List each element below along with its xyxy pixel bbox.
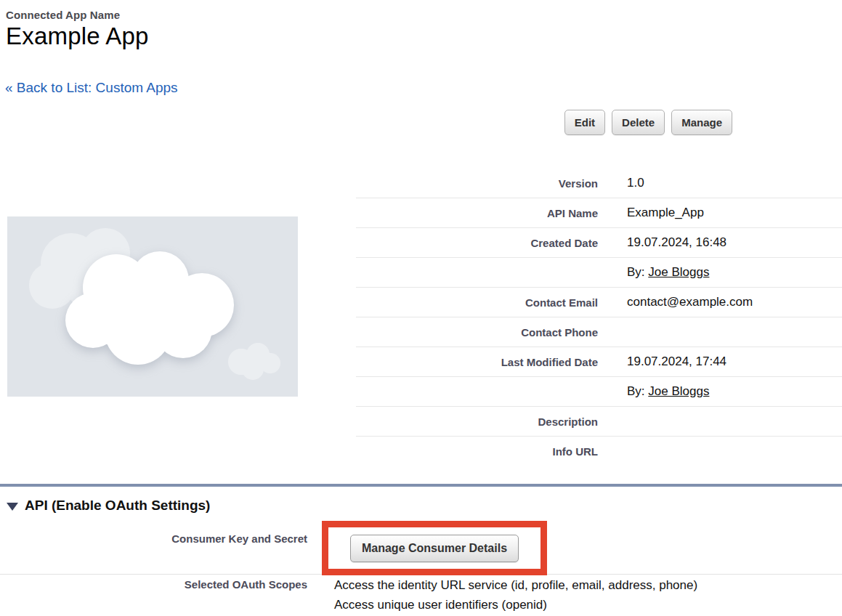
oauth-section-title: API (Enable OAuth Settings) <box>25 498 210 514</box>
detail-row-version: Version 1.0 <box>356 169 842 198</box>
detail-row-created-date: Created Date 19.07.2024, 16:48 <box>356 228 842 258</box>
manage-button[interactable]: Manage <box>671 110 732 135</box>
section-divider-bar <box>0 484 842 487</box>
page-title: Example App <box>6 23 149 50</box>
collapse-triangle-down-icon[interactable] <box>7 503 18 511</box>
detail-row-contact-phone: Contact Phone <box>356 317 842 347</box>
toolbar: Edit Delete Manage <box>564 110 732 135</box>
delete-button[interactable]: Delete <box>612 110 665 135</box>
detail-row-created-by: By: Joe Bloggs <box>356 258 842 288</box>
field-value: By: Joe Bloggs <box>627 384 709 399</box>
connected-app-name-label: Connected App Name <box>6 9 149 21</box>
detail-row-modified-by: By: Joe Bloggs <box>356 377 842 407</box>
oauth-scope-item: Access unique user identifiers (openid) <box>334 595 697 615</box>
field-label: Description <box>356 416 598 428</box>
detail-row-api-name: API Name Example_App <box>356 198 842 228</box>
detail-row-description: Description <box>356 407 842 437</box>
page-header: Connected App Name Example App <box>6 9 149 50</box>
cloud-icon <box>7 216 298 397</box>
oauth-section-header: API (Enable OAuth Settings) <box>7 498 210 514</box>
manage-consumer-details-button[interactable]: Manage Consumer Details <box>350 535 519 562</box>
edit-button[interactable]: Edit <box>564 110 605 135</box>
detail-row-contact-email: Contact Email contact@example.com <box>356 288 842 317</box>
field-label: Contact Phone <box>356 326 598 339</box>
field-value: 19.07.2024, 16:48 <box>627 235 726 250</box>
by-prefix: By: <box>627 265 648 279</box>
field-label: API Name <box>356 207 598 219</box>
detail-row-last-modified-date: Last Modified Date 19.07.2024, 17:44 <box>356 347 842 377</box>
modified-by-user-link[interactable]: Joe Bloggs <box>648 384 709 398</box>
back-to-list-link[interactable]: « Back to List: Custom Apps <box>5 80 178 96</box>
selected-oauth-scopes-label: Selected OAuth Scopes <box>0 578 307 591</box>
created-by-user-link[interactable]: Joe Bloggs <box>648 265 709 279</box>
oauth-scopes-values: Access the identity URL service (id, pro… <box>334 575 697 615</box>
by-prefix: By: <box>627 384 648 398</box>
consumer-key-secret-label: Consumer Key and Secret <box>0 532 307 545</box>
field-label: Contact Email <box>356 296 598 309</box>
field-value: 19.07.2024, 17:44 <box>627 354 726 369</box>
field-value: By: Joe Bloggs <box>627 265 709 280</box>
field-value: Example_App <box>627 206 704 220</box>
field-value: 1.0 <box>627 176 644 190</box>
field-value: contact@example.com <box>627 295 753 309</box>
detail-row-info-url: Info URL <box>356 437 842 466</box>
oauth-scope-item: Access the identity URL service (id, pro… <box>334 575 697 595</box>
field-label: Created Date <box>356 237 598 249</box>
app-logo-image <box>7 216 298 397</box>
field-label: Info URL <box>356 445 598 458</box>
field-label: Version <box>356 177 598 190</box>
detail-table: Version 1.0 API Name Example_App Created… <box>356 169 842 466</box>
red-highlight-annotation: Manage Consumer Details <box>322 521 547 575</box>
field-label: Last Modified Date <box>356 356 598 368</box>
